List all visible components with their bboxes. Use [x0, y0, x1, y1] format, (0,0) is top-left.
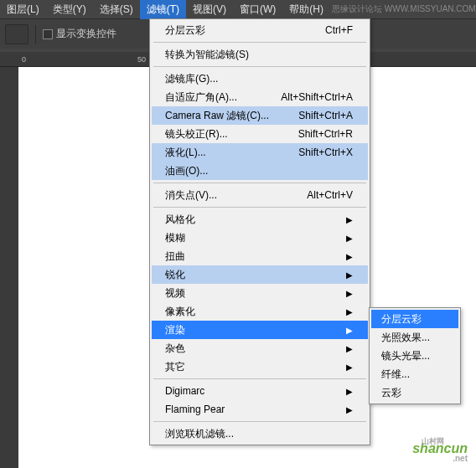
menu-item[interactable]: 浏览联机滤镜... — [152, 424, 368, 443]
show-transform-controls[interactable]: 显示变换控件 — [43, 27, 116, 41]
menu-separator — [153, 66, 366, 67]
menu-item-label: 滤镜库(G)... — [165, 72, 218, 86]
submenu-item[interactable]: 镜头光晕... — [371, 347, 458, 365]
ruler-vertical — [0, 67, 18, 468]
render-submenu: 分层云彩光照效果...镜头光晕...纤维...云彩 — [369, 307, 461, 404]
menubar-tail-text: 思缘设计论坛 WWW.MISSYUAN.COM — [330, 3, 476, 15]
menu-item-label: Flaming Pear — [165, 404, 225, 415]
submenu-arrow-icon: ▶ — [346, 252, 353, 261]
menu-separator — [153, 421, 366, 422]
submenu-arrow-icon: ▶ — [346, 270, 353, 280]
menu-item-label: 锐化 — [165, 268, 185, 282]
menu-item[interactable]: 转换为智能滤镜(S) — [152, 45, 368, 64]
submenu-item[interactable]: 光照效果... — [371, 328, 458, 347]
menu-item-label: 油画(O)... — [165, 164, 208, 178]
menubar: 图层(L) 类型(Y) 选择(S) 滤镜(T) 视图(V) 窗口(W) 帮助(H… — [0, 0, 476, 18]
submenu-arrow-icon: ▶ — [346, 405, 353, 414]
menu-item-label: 杂色 — [165, 342, 185, 356]
submenu-arrow-icon: ▶ — [346, 387, 353, 396]
menu-item[interactable]: 渲染▶ — [152, 321, 368, 339]
menu-item[interactable]: 滤镜库(G)... — [152, 69, 368, 88]
submenu-arrow-icon: ▶ — [346, 215, 353, 224]
menu-separator — [153, 207, 366, 208]
checkbox-label: 显示变换控件 — [56, 27, 116, 41]
watermark: 山村网 shancun .net — [412, 441, 468, 463]
menu-item[interactable]: 风格化▶ — [152, 210, 368, 229]
menu-separator — [153, 183, 366, 183]
filter-menu-dropdown: 分层云彩Ctrl+F转换为智能滤镜(S)滤镜库(G)...自适应广角(A)...… — [149, 18, 370, 445]
menu-shortcut: Shift+Ctrl+X — [298, 147, 353, 158]
menu-item[interactable]: 扭曲▶ — [152, 247, 368, 265]
menu-item[interactable]: 其它▶ — [152, 357, 368, 376]
menu-item-label: 消失点(V)... — [165, 188, 217, 203]
submenu-arrow-icon: ▶ — [346, 289, 353, 298]
menu-item-label: Digimarc — [165, 385, 204, 397]
menu-item[interactable]: Camera Raw 滤镜(C)...Shift+Ctrl+A — [152, 106, 368, 125]
submenu-arrow-icon: ▶ — [346, 307, 353, 316]
menu-help[interactable]: 帮助(H) — [282, 0, 330, 19]
menu-select[interactable]: 选择(S) — [93, 0, 140, 19]
menu-item-label: 像素化 — [165, 305, 195, 319]
divider — [35, 25, 36, 44]
submenu-arrow-icon: ▶ — [346, 326, 353, 335]
submenu-item[interactable]: 云彩 — [371, 383, 458, 402]
menu-item-label: 镜头校正(R)... — [165, 127, 228, 141]
menu-item[interactable]: 液化(L)...Shift+Ctrl+X — [152, 143, 368, 162]
menu-item[interactable]: 模糊▶ — [152, 229, 368, 247]
menu-item-label: 液化(L)... — [165, 146, 206, 160]
ruler-tick-label: 50 — [137, 55, 146, 64]
menu-item[interactable]: 视频▶ — [152, 284, 368, 302]
menu-view[interactable]: 视图(V) — [186, 0, 233, 19]
menu-item[interactable]: 分层云彩Ctrl+F — [152, 21, 368, 39]
menu-shortcut: Ctrl+F — [325, 24, 353, 36]
menu-item[interactable]: 锐化▶ — [152, 265, 368, 284]
menu-item[interactable]: 自适应广角(A)...Alt+Shift+Ctrl+A — [152, 88, 368, 106]
menu-item-label: 其它 — [165, 360, 185, 374]
menu-item[interactable]: 油画(O)... — [152, 162, 368, 180]
menu-item[interactable]: 消失点(V)...Alt+Ctrl+V — [152, 186, 368, 204]
menu-item-label: 渲染 — [165, 323, 185, 337]
watermark-cn: 山村网 — [422, 436, 444, 447]
menu-shortcut: Alt+Ctrl+V — [307, 189, 353, 201]
menu-separator — [153, 378, 366, 379]
menu-item-label: 分层云彩 — [165, 23, 205, 38]
menu-item-label: 自适应广角(A)... — [165, 90, 237, 105]
menu-item-label: 模糊 — [165, 231, 185, 245]
ruler-tick-label: 0 — [22, 55, 26, 64]
menu-item[interactable]: 杂色▶ — [152, 339, 368, 357]
submenu-item[interactable]: 纤维... — [371, 365, 458, 383]
menu-type[interactable]: 类型(Y) — [46, 0, 93, 19]
menu-separator — [153, 42, 366, 43]
menu-shortcut: Shift+Ctrl+A — [298, 110, 353, 121]
menu-shortcut: Alt+Shift+Ctrl+A — [281, 91, 353, 103]
menu-item-label: 浏览联机滤镜... — [165, 427, 234, 441]
menu-item-label: 转换为智能滤镜(S) — [165, 48, 249, 62]
menu-item[interactable]: Flaming Pear▶ — [152, 400, 368, 419]
submenu-arrow-icon: ▶ — [346, 363, 353, 372]
menu-item[interactable]: Digimarc▶ — [152, 382, 368, 400]
tool-button[interactable] — [5, 24, 28, 44]
menu-item[interactable]: 像素化▶ — [152, 302, 368, 321]
submenu-arrow-icon: ▶ — [346, 344, 353, 353]
menu-item-label: 风格化 — [165, 213, 195, 227]
submenu-item[interactable]: 分层云彩 — [371, 310, 458, 328]
menu-layer[interactable]: 图层(L) — [0, 0, 46, 19]
menu-item-label: 视频 — [165, 286, 185, 301]
menu-item-label: 扭曲 — [165, 249, 185, 264]
menu-shortcut: Shift+Ctrl+R — [298, 128, 353, 140]
checkbox-icon — [43, 29, 53, 39]
menu-item-label: Camera Raw 滤镜(C)... — [165, 109, 269, 123]
menu-window[interactable]: 窗口(W) — [233, 0, 282, 19]
menu-filter[interactable]: 滤镜(T) — [140, 0, 186, 19]
menu-item[interactable]: 镜头校正(R)...Shift+Ctrl+R — [152, 125, 368, 143]
submenu-arrow-icon: ▶ — [346, 234, 353, 243]
